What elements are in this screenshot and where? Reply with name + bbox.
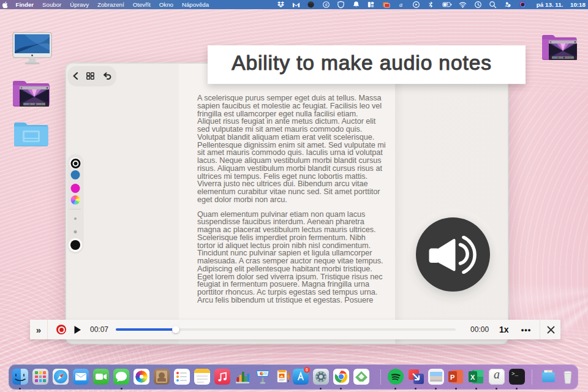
svg-text:a: a	[399, 1, 402, 8]
svg-text:d: d	[325, 2, 328, 7]
